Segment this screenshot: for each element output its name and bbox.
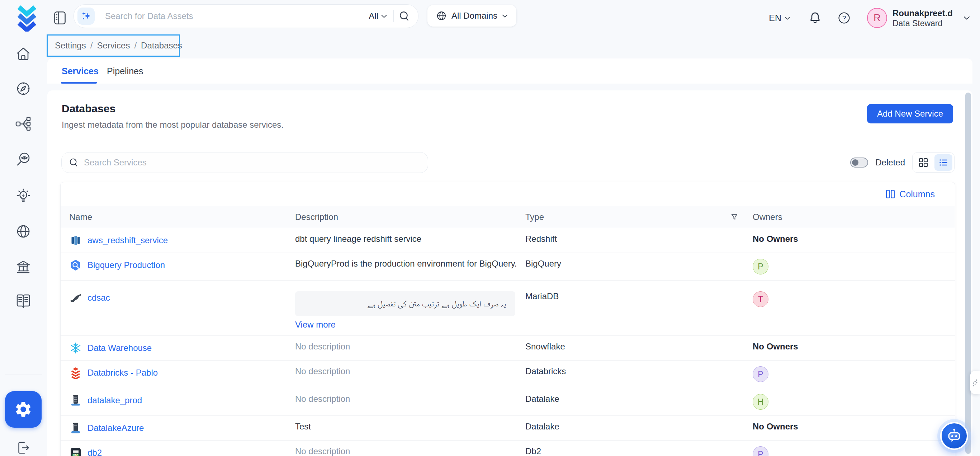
db2-icon: DB2 [70, 446, 82, 456]
grid-view-button[interactable] [915, 154, 932, 171]
tab-services[interactable]: Services [62, 59, 99, 84]
tab-pipelines[interactable]: Pipelines [107, 59, 143, 84]
service-type-value: Redshift [525, 234, 557, 244]
sidebar-item-glossary[interactable] [14, 291, 33, 310]
service-type-value: Snowflake [525, 341, 565, 351]
sidebar-item-observability[interactable] [14, 150, 33, 169]
handle-icon [972, 378, 978, 387]
snowflake-icon [70, 342, 82, 354]
sidebar-item-explore[interactable] [14, 79, 33, 98]
notifications-button[interactable] [809, 11, 821, 24]
search-scope-label: All [369, 11, 378, 21]
domains-dropdown[interactable]: All Domains [428, 5, 516, 27]
svg-text:?: ? [842, 14, 846, 22]
redshift-icon [70, 234, 82, 247]
service-name-link[interactable]: datalake_prod [88, 395, 142, 405]
service-name-link[interactable]: Databricks - Pablo [88, 368, 158, 378]
sidebar-item-home[interactable] [14, 45, 33, 63]
service-type-value: Db2 [525, 446, 541, 456]
service-description: Test [295, 422, 311, 431]
table-row: datalake_prod No description Datalake H [60, 388, 955, 416]
compass-icon [15, 80, 32, 97]
sidebar-divider [5, 375, 42, 375]
collapsed-side-widget[interactable] [970, 371, 980, 394]
divider [393, 10, 394, 22]
service-description: No description [295, 341, 350, 351]
vertical-scrollbar-thumb[interactable] [965, 92, 971, 454]
user-avatar[interactable]: R [867, 8, 887, 28]
table-row: Databricks - Pablo No description Databr… [60, 360, 955, 388]
service-description-rtl: یہ صرف ایک طویل ہے ترتیب متن کی تفصیل ہے [295, 291, 515, 316]
show-deleted-toggle[interactable] [850, 158, 868, 167]
sidebar-item-domains[interactable] [14, 222, 33, 241]
header-type: Type [525, 212, 544, 222]
user-menu[interactable]: Rounakpreet.d Data Steward [892, 8, 953, 28]
list-controls: Deleted [850, 152, 955, 173]
sidebar-item-lineage[interactable] [14, 115, 33, 133]
owner-avatar[interactable]: P [752, 259, 768, 274]
deleted-label: Deleted [875, 158, 905, 167]
filter-icon[interactable] [730, 213, 738, 221]
sidebar-item-settings-active[interactable] [5, 391, 41, 428]
service-name-link[interactable]: aws_redshift_service [88, 235, 168, 246]
chatbot-button[interactable] [940, 422, 968, 450]
user-menu-caret[interactable] [964, 16, 970, 20]
service-description: BigQueryProd is the production environme… [295, 259, 517, 268]
lightbulb-icon [15, 187, 32, 204]
breadcrumb-settings[interactable]: Settings [55, 41, 86, 51]
topbar: All All Domains EN [0, 0, 980, 36]
open-book-icon [15, 292, 32, 309]
global-search-input[interactable] [102, 11, 366, 21]
global-search-bar: All [73, 4, 418, 28]
table-row: DatalakeAzure Test Datalake No Owners [60, 416, 955, 440]
bell-icon [809, 11, 821, 24]
service-name-link[interactable]: db2 [88, 448, 102, 456]
service-name-link[interactable]: Data Warehouse [88, 343, 152, 353]
openmetadata-app: { "topbar": { "search_placeholder": "Sea… [0, 0, 980, 456]
sidebar-item-logout[interactable] [14, 438, 33, 456]
services-search-input[interactable] [83, 157, 421, 168]
service-name-link[interactable]: cdsac [88, 293, 110, 303]
services-table-card: Columns Name Description Type Owners [60, 182, 955, 456]
help-button[interactable]: ? [838, 11, 851, 24]
ai-sparkle-button[interactable] [78, 8, 95, 25]
globe-icon [436, 10, 447, 21]
search-submit-button[interactable] [397, 10, 411, 23]
mariadb-icon [70, 292, 82, 304]
grid-view-icon [919, 158, 928, 167]
services-search-bar [61, 152, 428, 173]
language-dropdown[interactable]: EN [769, 13, 790, 23]
sidebar-item-insights[interactable] [14, 186, 33, 205]
divider [100, 10, 100, 22]
owner-avatar[interactable]: H [752, 394, 768, 410]
add-new-service-button[interactable]: Add New Service [867, 104, 953, 123]
service-type-value: Datalake [525, 422, 559, 431]
owner-avatar[interactable]: T [752, 291, 768, 307]
gear-icon [14, 400, 33, 419]
breadcrumb-databases: Databases [141, 41, 182, 51]
table-header: Name Description Type Owners [60, 206, 955, 228]
search-icon [399, 11, 409, 22]
breadcrumb-services[interactable]: Services [97, 41, 130, 51]
owner-avatar[interactable]: P [752, 446, 768, 456]
service-type-value: BigQuery [525, 259, 561, 268]
service-name-link[interactable]: Bigquery Production [88, 260, 165, 270]
list-view-icon [939, 158, 948, 167]
service-name-link[interactable]: DatalakeAzure [88, 423, 144, 433]
table-row: cdsac یہ صرف ایک طویل ہے ترتیب متن کی تف… [60, 281, 955, 336]
sidebar-toggle-button[interactable] [54, 11, 66, 25]
no-owners-label: No Owners [752, 422, 798, 431]
openmetadata-logo[interactable] [13, 4, 41, 32]
list-view-button-active[interactable] [934, 154, 952, 171]
header-name: Name [69, 212, 92, 222]
owner-avatar[interactable]: P [752, 366, 768, 382]
sidebar-item-govern[interactable] [14, 258, 33, 277]
search-scope-dropdown[interactable]: All [366, 11, 390, 21]
table-toolbar: Columns [60, 182, 955, 206]
topbar-right: EN ? R Rounakpreet.d Data Steward [769, 0, 970, 36]
user-initial: R [873, 13, 881, 24]
view-more-link[interactable]: View more [295, 320, 336, 330]
service-description: dbt query lineage redshift service [295, 234, 422, 244]
columns-button[interactable]: Columns [886, 189, 935, 199]
page-title: Databases [62, 103, 116, 115]
